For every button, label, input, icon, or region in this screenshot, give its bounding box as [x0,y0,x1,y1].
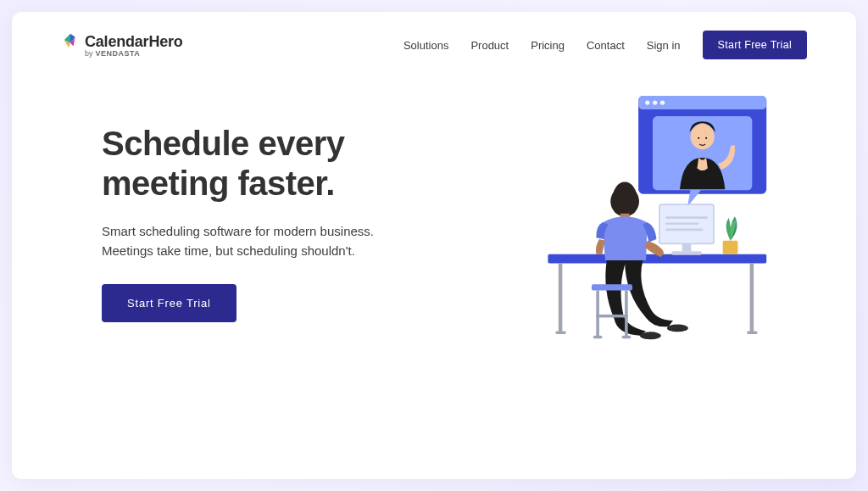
svg-rect-9 [559,263,562,332]
svg-rect-15 [671,251,702,254]
svg-rect-14 [682,243,692,251]
hero-illustration [493,90,798,361]
hero-title-line1: Schedule every [102,125,345,162]
svg-rect-24 [592,284,632,290]
header-cta-button[interactable]: Start Free Trial [703,31,807,59]
svg-rect-12 [747,331,757,334]
nav-link-solutions[interactable]: Solutions [403,39,448,52]
hero-description: Smart scheduling software for modern bus… [102,222,415,260]
brand-logo[interactable]: CalendarHero by VENDASTA [61,32,183,58]
hero-cta-button[interactable]: Start Free Trial [102,284,236,322]
svg-rect-29 [622,336,632,339]
hero-title-line2: meeting faster. [102,165,335,202]
svg-rect-26 [625,290,628,337]
nav-link-pricing[interactable]: Pricing [531,39,565,52]
svg-rect-16 [665,216,708,219]
svg-point-22 [640,332,661,339]
brand-name: CalendarHero [85,33,183,51]
logo-icon [61,32,80,51]
svg-point-6 [698,137,699,139]
nav-link-product[interactable]: Product [470,39,509,52]
svg-point-2 [645,100,649,104]
hero-section: Schedule every meeting faster. Smart sch… [61,100,807,361]
main-nav: Solutions Product Pricing Contact Sign i… [403,31,807,59]
svg-rect-28 [593,336,603,339]
hero-title: Schedule every meeting faster. [102,124,415,204]
svg-point-3 [653,100,657,104]
svg-rect-8 [548,254,766,264]
svg-point-7 [705,137,707,139]
site-header: CalendarHero by VENDASTA Solutions Produ… [61,31,807,59]
page-card: CalendarHero by VENDASTA Solutions Produ… [12,12,856,479]
svg-point-4 [660,100,665,104]
svg-rect-17 [665,222,698,225]
svg-rect-1 [638,96,766,109]
nav-link-signin[interactable]: Sign in [647,39,681,52]
svg-rect-27 [596,315,627,318]
svg-rect-11 [555,331,565,334]
brand-byline: by VENDASTA [85,49,183,58]
byline-company: VENDASTA [96,49,141,58]
svg-rect-19 [723,241,738,254]
nav-link-contact[interactable]: Contact [587,39,625,52]
byline-prefix: by [85,49,93,58]
svg-point-23 [667,324,688,332]
hero-copy: Schedule every meeting faster. Smart sch… [102,124,415,322]
svg-rect-18 [665,229,703,232]
svg-rect-25 [596,290,599,337]
svg-rect-10 [750,263,754,332]
